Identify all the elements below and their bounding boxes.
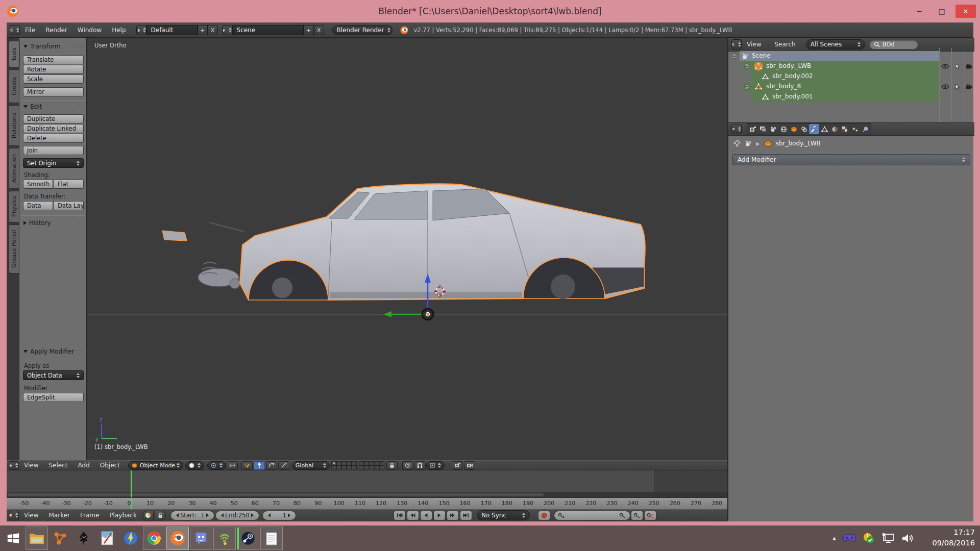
pivot-align-toggle[interactable] bbox=[227, 461, 238, 470]
manipulator-axes-icon[interactable] bbox=[241, 461, 253, 470]
gamepad-tray-icon[interactable] bbox=[843, 534, 856, 543]
panel-grip[interactable]: :::: bbox=[75, 219, 83, 224]
proportional-edit-icon[interactable] bbox=[402, 461, 413, 470]
editor-type-outliner-icon[interactable] bbox=[731, 39, 742, 49]
select-menu[interactable]: Select bbox=[43, 462, 72, 469]
outliner-search-menu[interactable]: Search bbox=[769, 41, 800, 48]
breadcrumb-object-name[interactable]: sbr_body._LWB bbox=[776, 140, 821, 147]
set-origin-select[interactable]: Set Origin bbox=[23, 158, 84, 168]
duplicate-linked-button[interactable]: Duplicate Linked bbox=[23, 124, 84, 133]
jump-to-end-button[interactable] bbox=[460, 511, 472, 520]
minimize-button[interactable]: ─ bbox=[911, 5, 928, 18]
delete-button[interactable]: Delete bbox=[23, 134, 84, 143]
scene-browse-icon[interactable] bbox=[222, 25, 232, 35]
increment-arrow[interactable] bbox=[206, 513, 209, 517]
viewport-shading-select[interactable] bbox=[185, 461, 204, 470]
tab-render[interactable] bbox=[748, 124, 758, 134]
data-button[interactable]: Data bbox=[23, 201, 53, 210]
volume-tray-icon[interactable] bbox=[901, 533, 914, 543]
current-frame-field[interactable]: 1 bbox=[262, 511, 296, 520]
taskbar-notepad[interactable] bbox=[260, 527, 283, 550]
modifier-name-field[interactable]: EdgeSplit bbox=[23, 393, 84, 402]
editor-type-timeline-icon[interactable] bbox=[9, 511, 19, 520]
increment-arrow[interactable] bbox=[288, 513, 290, 517]
tab-scene[interactable] bbox=[768, 124, 778, 134]
decrement-arrow[interactable] bbox=[221, 513, 224, 517]
play-reverse-button[interactable] bbox=[420, 511, 432, 520]
keying-set-field[interactable] bbox=[554, 511, 630, 520]
timeline-marker-menu[interactable]: Marker bbox=[43, 512, 75, 519]
rotate-button[interactable]: Rotate bbox=[23, 65, 84, 74]
antivirus-tray-icon[interactable] bbox=[863, 532, 875, 544]
add-modifier-select[interactable]: Add Modifier bbox=[732, 154, 970, 165]
editor-type-3dview-icon[interactable] bbox=[9, 461, 19, 470]
panel-transform-header[interactable]: Transform bbox=[23, 43, 61, 50]
translate-manipulator-toggle[interactable] bbox=[254, 461, 265, 470]
renderability-camera-icon[interactable] bbox=[964, 61, 974, 71]
timeline-ruler[interactable]: -50-40-30-20-100102030405060708090100110… bbox=[7, 497, 727, 509]
timeline-scrollbar[interactable] bbox=[7, 492, 727, 497]
mode-select[interactable]: Object Mode bbox=[128, 461, 183, 470]
join-button[interactable]: Join bbox=[23, 146, 84, 155]
collapse-icon[interactable] bbox=[744, 63, 750, 69]
hidden-icons-chevron[interactable]: ▲ bbox=[832, 536, 836, 541]
tab-grease-pencil[interactable]: Grease Pencil bbox=[8, 224, 19, 273]
use-preview-range-icon[interactable] bbox=[142, 511, 154, 520]
menu-file[interactable]: File bbox=[20, 27, 40, 34]
taskbar-file-explorer[interactable] bbox=[26, 527, 48, 550]
timeline-track[interactable] bbox=[7, 470, 727, 497]
outliner-view-menu[interactable]: View bbox=[742, 41, 766, 48]
outliner-row-scene[interactable]: Scene bbox=[728, 51, 974, 61]
renderability-camera-icon[interactable] bbox=[964, 82, 974, 92]
layout-name-field[interactable]: Default bbox=[146, 25, 198, 35]
tab-world[interactable] bbox=[778, 124, 789, 134]
scene-remove-button[interactable]: X bbox=[314, 25, 324, 35]
play-button[interactable] bbox=[433, 511, 446, 520]
viewport-3d[interactable]: y z User Ortho (1) sbr_body._LWB bbox=[87, 38, 727, 460]
layout-remove-button[interactable]: X bbox=[208, 25, 218, 35]
panel-edit-header[interactable]: Edit bbox=[23, 103, 42, 110]
jump-to-start-button[interactable] bbox=[394, 511, 406, 520]
scene-name-field[interactable]: Scene bbox=[232, 25, 304, 35]
duplicate-button[interactable]: Duplicate bbox=[23, 114, 84, 123]
tab-texture[interactable] bbox=[840, 124, 850, 134]
outliner-display-filter-select[interactable]: All Scenes bbox=[806, 39, 865, 49]
previous-keyframe-button[interactable] bbox=[407, 511, 419, 520]
visibility-eye-icon[interactable] bbox=[939, 61, 951, 71]
tab-particles[interactable] bbox=[850, 124, 860, 134]
panel-history-header[interactable]: History bbox=[23, 219, 51, 227]
insert-keyframe-button[interactable] bbox=[631, 511, 643, 520]
taskbar-blender[interactable] bbox=[166, 527, 189, 550]
menu-window[interactable]: Window bbox=[72, 27, 107, 34]
render-engine-select[interactable]: Blender Render bbox=[332, 25, 393, 35]
pin-icon[interactable] bbox=[733, 140, 741, 147]
menu-render[interactable]: Render bbox=[40, 27, 72, 34]
collapse-icon[interactable] bbox=[744, 84, 750, 90]
taskbar-paint[interactable] bbox=[96, 527, 118, 550]
panel-grip[interactable]: :::: bbox=[75, 103, 83, 108]
object-menu[interactable]: Object bbox=[95, 462, 125, 469]
view-menu[interactable]: View bbox=[19, 462, 43, 469]
scale-manipulator-toggle[interactable] bbox=[278, 461, 289, 470]
tab-data[interactable] bbox=[819, 124, 829, 134]
outliner-row-meshdata[interactable]: sbr_body.002 bbox=[728, 71, 974, 82]
frame-end-field[interactable]: End: 250 bbox=[215, 511, 259, 520]
editor-type-info-icon[interactable] bbox=[10, 25, 20, 35]
scale-button[interactable]: Scale bbox=[23, 74, 84, 84]
scene-add-button[interactable]: + bbox=[304, 25, 314, 35]
next-keyframe-button[interactable] bbox=[447, 511, 459, 520]
taskbar-inkscape[interactable] bbox=[72, 527, 95, 550]
timeline-view-menu[interactable]: View bbox=[19, 512, 43, 519]
outliner-row-object[interactable]: sbr_body._LWB bbox=[728, 61, 974, 71]
taskbar-steam[interactable] bbox=[237, 527, 259, 550]
timeline-frame-menu[interactable]: Frame bbox=[75, 512, 104, 519]
transform-orientation-select[interactable]: Global bbox=[292, 461, 330, 470]
tab-physics[interactable]: Physics bbox=[8, 191, 19, 222]
taskbar-chrome[interactable] bbox=[143, 527, 165, 550]
outliner-search-input[interactable]: BOd bbox=[869, 40, 918, 49]
clock[interactable]: 17:17 09/08/2016 bbox=[916, 527, 975, 548]
taskbar-discord[interactable] bbox=[190, 527, 212, 550]
tab-tools[interactable]: Tools bbox=[8, 41, 20, 67]
menu-help[interactable]: Help bbox=[107, 27, 131, 34]
timeline-playback-menu[interactable]: Playback bbox=[104, 512, 142, 519]
